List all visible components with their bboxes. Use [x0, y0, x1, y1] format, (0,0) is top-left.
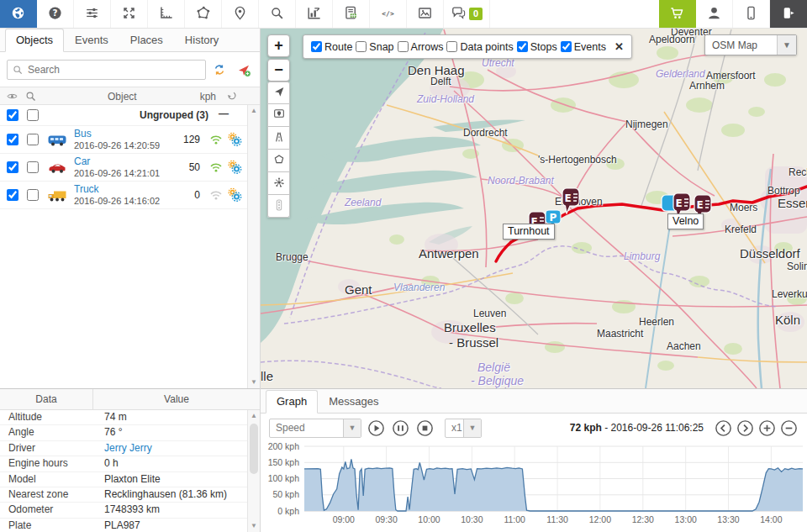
- svg-text:100 kph: 100 kph: [268, 473, 300, 483]
- detail-value[interactable]: Jerry Jerry: [94, 441, 247, 456]
- play-button[interactable]: [367, 419, 386, 438]
- layer-option-stops[interactable]: Stops: [517, 41, 557, 53]
- scroll-up-icon[interactable]: ▲: [248, 410, 260, 422]
- pause-button[interactable]: [391, 419, 410, 438]
- scrollbar-thumb[interactable]: [250, 424, 258, 474]
- map-canvas[interactable]: DeventerApeldoornAmersfoortDen HaagDelft…: [261, 28, 807, 388]
- place-label-box: Turnhout: [503, 224, 555, 240]
- map-view-button[interactable]: [0, 0, 37, 28]
- object-follow-checkbox[interactable]: [27, 189, 39, 201]
- sensor-select[interactable]: Speed ▼: [269, 419, 361, 438]
- map-zoom-out-button[interactable]: −: [267, 59, 290, 82]
- tab-messages[interactable]: Messages: [318, 390, 389, 413]
- svg-text:11:00: 11:00: [504, 514, 525, 524]
- layer-checkbox[interactable]: [517, 41, 528, 52]
- tab-graph[interactable]: Graph: [266, 390, 318, 413]
- object-follow-checkbox[interactable]: [27, 134, 39, 145]
- detail-label: Angle: [0, 425, 94, 440]
- locate-column-icon: [24, 90, 37, 105]
- detail-row: Altitude74 m: [0, 410, 247, 425]
- layer-checkbox[interactable]: [356, 41, 367, 52]
- speed-multiplier-select[interactable]: x1 ▼: [445, 419, 482, 438]
- add-object-button[interactable]: [233, 60, 255, 80]
- object-follow-checkbox[interactable]: [27, 161, 39, 173]
- layer-option-events[interactable]: Events: [561, 41, 606, 53]
- follow-location-button[interactable]: [267, 82, 290, 104]
- event-marker-icon[interactable]: E: [560, 187, 582, 217]
- gallery-button[interactable]: [407, 0, 444, 28]
- group-collapse-icon[interactable]: —: [219, 108, 229, 119]
- layer-checkbox[interactable]: [446, 41, 457, 52]
- layer-option-route[interactable]: Route: [311, 41, 352, 53]
- map-type-select[interactable]: OSM Map ▼: [704, 34, 797, 55]
- map-label: België: [477, 361, 510, 374]
- object-name-link[interactable]: Truck: [74, 183, 160, 196]
- stop-button[interactable]: [415, 419, 435, 438]
- scroll-down-icon[interactable]: ▼: [248, 377, 260, 388]
- scroll-up-icon[interactable]: ▲: [248, 105, 260, 117]
- svg-text:10:30: 10:30: [461, 514, 483, 524]
- object-name-link[interactable]: Car: [74, 155, 160, 168]
- object-name-link[interactable]: Bus: [74, 128, 160, 140]
- fullscreen-button[interactable]: [111, 0, 148, 28]
- account-button[interactable]: [696, 0, 733, 28]
- map-label: lle: [261, 369, 273, 383]
- svg-text:?: ?: [53, 8, 58, 18]
- scroll-down-icon[interactable]: ▼: [248, 520, 260, 532]
- measure-button[interactable]: [148, 0, 185, 28]
- group-visibility-checkbox[interactable]: [7, 109, 18, 121]
- traffic-icon: [272, 198, 286, 214]
- address-search-button[interactable]: [259, 0, 296, 28]
- sensor-value: Speed: [276, 422, 305, 434]
- places-button[interactable]: [222, 0, 259, 28]
- mobile-app-button[interactable]: [733, 0, 770, 28]
- tab-places[interactable]: Places: [119, 29, 174, 52]
- api-button[interactable]: </>: [370, 0, 407, 28]
- search-input[interactable]: [8, 61, 205, 79]
- object-visibility-checkbox[interactable]: [7, 161, 18, 173]
- object-list-scrollbar[interactable]: ▲ ▼: [247, 105, 260, 388]
- zones-button[interactable]: [185, 0, 222, 28]
- pan-right-button[interactable]: [736, 419, 755, 438]
- signal-icon: [208, 160, 224, 177]
- tab-objects[interactable]: Objects: [5, 29, 64, 52]
- layer-option-data-points[interactable]: Data points: [446, 41, 513, 53]
- zones-layer-button[interactable]: [267, 150, 290, 172]
- map-zoom-in-button[interactable]: +: [267, 34, 290, 57]
- tab-history[interactable]: History: [174, 29, 229, 52]
- layer-option-arrows[interactable]: Arrows: [398, 41, 444, 53]
- pan-left-button[interactable]: [714, 419, 733, 438]
- chat-button[interactable]: 0: [444, 0, 490, 28]
- details-scrollbar[interactable]: ▲ ▼: [247, 410, 260, 532]
- help-button[interactable]: ?: [37, 0, 74, 28]
- reload-objects-button[interactable]: [208, 60, 230, 80]
- graph-zoom-out-button[interactable]: [779, 419, 799, 438]
- graph-zoom-in-button[interactable]: [757, 419, 777, 438]
- store-button[interactable]: [659, 0, 696, 28]
- svg-text:</>: </>: [382, 9, 394, 17]
- expand-icon: [121, 5, 137, 24]
- layer-checkbox[interactable]: [561, 41, 572, 52]
- traffic-button[interactable]: [267, 195, 290, 218]
- clustering-button[interactable]: [267, 172, 290, 195]
- cluster-icon: [272, 176, 286, 192]
- settings-button[interactable]: [74, 0, 111, 28]
- routes-button[interactable]: [267, 127, 290, 150]
- street-view-button[interactable]: [267, 104, 290, 127]
- layer-checkbox[interactable]: [311, 41, 322, 52]
- logout-button[interactable]: [770, 0, 807, 28]
- object-visibility-checkbox[interactable]: [7, 189, 18, 201]
- group-follow-checkbox[interactable]: [27, 109, 39, 121]
- layer-checkbox[interactable]: [398, 41, 409, 52]
- report-files-button[interactable]: [333, 0, 370, 28]
- object-settings-icon[interactable]: [226, 159, 243, 178]
- object-settings-icon[interactable]: [226, 131, 243, 150]
- object-visibility-checkbox[interactable]: [7, 134, 18, 145]
- reports-button[interactable]: [296, 0, 333, 28]
- object-settings-icon[interactable]: [226, 187, 243, 206]
- map-label: Gelderland: [656, 68, 705, 80]
- tab-events[interactable]: Events: [64, 29, 119, 52]
- speed-chart: 0 kph50 kph100 kph150 kph200 kph09:0009:…: [261, 439, 807, 532]
- layer-toolbar-close-icon[interactable]: ✕: [614, 40, 624, 53]
- layer-option-snap[interactable]: Snap: [356, 41, 393, 53]
